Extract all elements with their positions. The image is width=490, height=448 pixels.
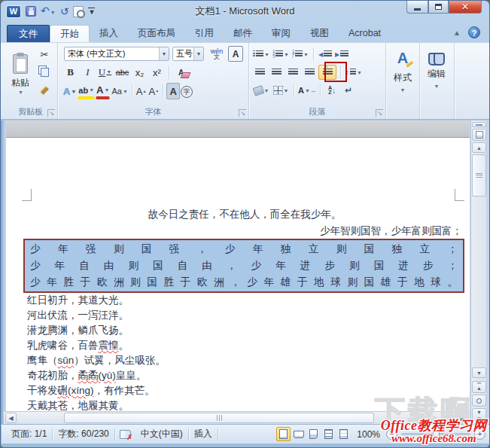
underline-button[interactable]: U▼ — [97, 65, 113, 80]
document-text-line: 河出伏流，一泻汪洋。 — [27, 308, 462, 323]
font-color-dropdown-icon[interactable]: ▼ — [105, 85, 110, 95]
styles-dropdown-icon[interactable]: ▼ — [400, 87, 406, 93]
numbering-button[interactable]: 123▼ — [272, 47, 290, 62]
align-right-button[interactable] — [285, 65, 300, 80]
page-indicator[interactable]: 页面: 1/1 — [6, 428, 52, 440]
multilevel-list-button[interactable]: 1ai▼ — [291, 47, 309, 62]
text-effects-button[interactable]: A▼ — [62, 83, 77, 99]
selected-text-block[interactable]: 少年强则国强，少年独立则国独立；少年自由则国自由，少年进步则国进步；少年胜于欧洲… — [23, 239, 464, 293]
horizontal-scroll-thumb[interactable] — [64, 413, 374, 423]
outline-view-button[interactable] — [321, 427, 336, 441]
highlight-dropdown-icon[interactable]: ▼ — [89, 86, 94, 95]
vertical-scroll-thumb[interactable] — [472, 154, 486, 197]
ribbon-tab-4[interactable]: 引用 — [185, 25, 224, 42]
collapse-ribbon-icon[interactable]: ▲ — [453, 29, 461, 37]
split-handle[interactable] — [472, 122, 486, 127]
character-border-button[interactable]: A — [228, 46, 243, 62]
restore-button[interactable] — [428, 1, 449, 14]
bullets-dropdown-icon[interactable]: ▼ — [264, 52, 269, 57]
align-center-icon — [272, 69, 282, 76]
show-marks-button[interactable]: ↵ — [341, 83, 356, 98]
site-watermark-line1: Office教程学习网 — [381, 419, 487, 433]
minimize-button[interactable] — [406, 1, 428, 14]
bold-button[interactable]: B — [62, 65, 78, 80]
insert-mode-indicator[interactable]: 插入 — [189, 428, 218, 440]
borders-button[interactable]: ▼ — [272, 83, 290, 98]
italic-button[interactable]: I — [80, 65, 96, 80]
scroll-up-icon[interactable]: ▲ — [472, 142, 486, 153]
ribbon-tab-row: 文件开始插入页面布局引用邮件审阅视图Acrobat ▲ ? — [1, 22, 489, 42]
shading-dropdown-icon[interactable]: ▼ — [264, 88, 269, 93]
text-effects-dropdown-icon[interactable]: ▼ — [71, 89, 76, 94]
font-name-combo[interactable]: 宋体 (中文正文) ▼ — [64, 47, 169, 61]
document-page[interactable]: 故今日之责任，不在他人，而全在我少年。 少年智则国智，少年富则国富； 少年强则国… — [6, 138, 470, 412]
ribbon-tab-7[interactable]: 视图 — [300, 25, 339, 42]
editing-dropdown-icon[interactable]: ▼ — [434, 84, 440, 89]
ribbon-tab-2[interactable]: 插入 — [90, 25, 128, 42]
styles-label: 样式 — [394, 72, 412, 84]
font-dialog-launcher-icon[interactable]: ↘ — [239, 109, 246, 117]
draft-view-button[interactable] — [336, 427, 351, 441]
format-painter-button[interactable] — [37, 84, 52, 97]
borders-dropdown-icon[interactable]: ▼ — [284, 88, 289, 93]
justify-button[interactable] — [302, 65, 317, 80]
help-icon[interactable]: ? — [468, 26, 480, 38]
asian-layout-dropdown-icon[interactable]: ▼ — [305, 88, 310, 93]
decrease-indent-button[interactable]: ◀ — [318, 47, 333, 62]
phonetic-guide-button[interactable]: wén 文 — [208, 46, 225, 62]
close-button[interactable]: ✕ — [449, 1, 482, 14]
web-layout-button[interactable] — [306, 427, 321, 441]
asian-layout-button[interactable]: A▼ — [298, 83, 316, 98]
change-case-button[interactable]: Aa▼ — [111, 83, 128, 99]
spellcheck-status-icon[interactable] — [120, 430, 131, 439]
ribbon-tab-1[interactable]: 开始 — [50, 25, 90, 42]
editing-button[interactable]: 编辑 ▼ — [422, 46, 452, 115]
font-color-button[interactable]: A▼ — [96, 83, 110, 99]
font-size-combo[interactable]: 五号 ▼ — [172, 47, 204, 61]
enclose-characters-button[interactable]: 字 — [181, 86, 193, 98]
bullets-button[interactable]: ▼ — [252, 47, 270, 62]
increase-indent-button[interactable]: ▶ — [334, 47, 349, 62]
ribbon-tab-8[interactable]: Acrobat — [339, 25, 391, 42]
cut-button[interactable]: ✂ — [37, 47, 52, 61]
crop-mark-left-icon — [22, 189, 32, 201]
paragraph-dialog-launcher-icon[interactable]: ↘ — [376, 109, 383, 117]
strikethrough-button[interactable]: abc — [114, 65, 130, 80]
vertical-scrollbar[interactable]: ▲ ▼ ▔▲ ▼▁ — [470, 120, 486, 424]
font-size-dropdown-icon[interactable]: ▼ — [193, 47, 203, 60]
shrink-font-button[interactable]: A — [148, 83, 160, 99]
character-shading-button[interactable]: A — [166, 83, 180, 99]
ribbon-tab-5[interactable]: 邮件 — [224, 25, 262, 42]
copy-button[interactable] — [37, 66, 52, 79]
align-left-button[interactable] — [252, 65, 267, 80]
line-spacing-dropdown-icon[interactable]: ▼ — [357, 70, 362, 75]
grow-font-button[interactable]: A — [135, 83, 148, 99]
multilevel-dropdown-icon[interactable]: ▼ — [303, 52, 309, 57]
ruler-toggle-button[interactable] — [472, 129, 486, 141]
paste-button[interactable]: 粘贴 ▼ — [8, 47, 33, 101]
print-layout-view-button[interactable] — [276, 427, 291, 441]
clipboard-dialog-launcher-icon[interactable]: ↘ — [47, 109, 55, 117]
superscript-button[interactable]: x² — [149, 65, 165, 80]
line-spacing-button[interactable]: ↕▼ — [345, 65, 363, 80]
ribbon-tab-6[interactable]: 审阅 — [262, 25, 300, 42]
ribbon-tab-0[interactable]: 文件 — [7, 25, 50, 42]
full-screen-reading-button[interactable] — [291, 427, 306, 441]
styles-button[interactable]: A 样式 ▼ — [388, 46, 418, 115]
numbering-dropdown-icon[interactable]: ▼ — [284, 52, 289, 57]
clear-formatting-button[interactable]: A — [173, 65, 189, 80]
scroll-down-icon[interactable]: ▼ — [472, 367, 486, 378]
sort-button[interactable]: AZ↓ — [324, 83, 339, 98]
language-indicator[interactable]: 中文(中国) — [135, 428, 188, 440]
change-case-dropdown-icon[interactable]: ▼ — [123, 89, 128, 94]
ribbon-tab-3[interactable]: 页面布局 — [128, 25, 185, 42]
align-center-button[interactable] — [269, 65, 284, 80]
paste-dropdown-icon[interactable]: ▼ — [18, 90, 23, 95]
word-count[interactable]: 字数: 60/230 — [53, 428, 114, 440]
subscript-button[interactable]: x₂ — [132, 65, 148, 80]
shading-button[interactable]: ▼ — [252, 83, 270, 98]
font-name-dropdown-icon[interactable]: ▼ — [159, 47, 169, 60]
highlight-color-button[interactable]: ab▼ — [78, 83, 95, 99]
scroll-left-icon[interactable]: ◀ — [5, 413, 17, 423]
underline-dropdown-icon[interactable]: ▼ — [106, 69, 111, 75]
